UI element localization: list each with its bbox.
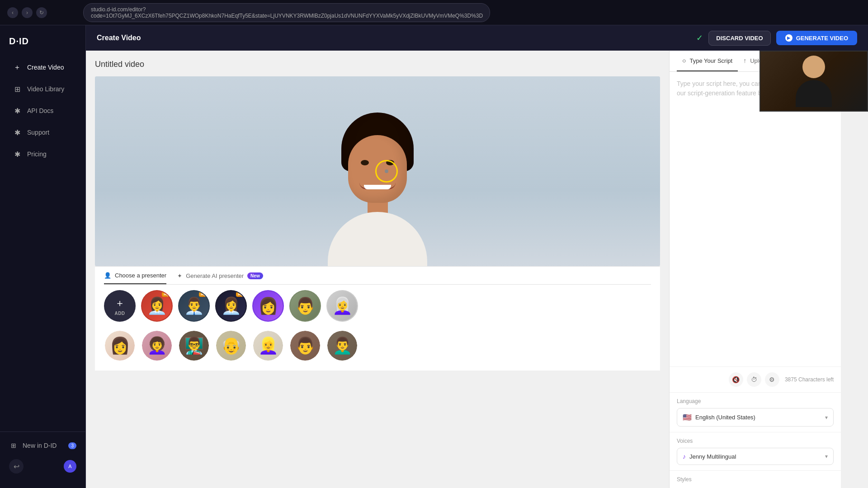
reload-btn[interactable]: ↻: [36, 7, 47, 18]
address-bar[interactable]: studio.d-id.com/editor?code=1Ot7GyMJ_6XC…: [83, 3, 490, 22]
support-icon: ✱: [13, 128, 22, 137]
logo: D·ID: [0, 33, 85, 57]
type-script-label: Type Your Script: [689, 57, 732, 64]
hq-badge-1: HQ: [162, 292, 171, 297]
sidebar-nav: ＋ Create Video ⊞ Video Library ✱ API Doc…: [0, 57, 85, 432]
avatar-grid-row1: ＋ ADD 👩‍💼 HQ 👨‍💼 HQ: [104, 290, 651, 325]
cursor-circle: [375, 160, 398, 183]
back-btn[interactable]: ‹: [7, 7, 18, 18]
styles-label: Styles: [677, 476, 834, 483]
forward-btn[interactable]: ›: [22, 7, 33, 18]
presenter-tabs: 👤 Choose a presenter ✦ Generate AI prese…: [104, 272, 651, 285]
presenter-strip: 👤 Choose a presenter ✦ Generate AI prese…: [95, 266, 660, 371]
sidebar-item-label: Support: [27, 129, 49, 136]
tab-type-script[interactable]: ○ Type Your Script: [677, 51, 738, 71]
new-icon: ⊞: [9, 441, 18, 450]
avatar-item-4[interactable]: 👩: [252, 290, 284, 322]
script-area[interactable]: Type your script here, you can start fro…: [670, 72, 841, 366]
chars-left-label: 3875 Characters left: [785, 376, 834, 383]
upload-voice-icon: ↑: [743, 57, 746, 64]
redo-button[interactable]: ↩: [9, 459, 24, 474]
language-label: Language: [677, 398, 834, 404]
video-main: Untitled video: [86, 51, 669, 488]
avatar-item-12[interactable]: 👨: [289, 330, 321, 361]
voices-label: Voices: [677, 438, 834, 444]
avatar-item-11[interactable]: 👱‍♀️: [252, 330, 284, 361]
generate-play-icon: ▶: [785, 34, 793, 42]
timer-button[interactable]: ⏱: [747, 372, 761, 387]
tab-generate-ai-presenter[interactable]: ✦ Generate AI presenter New: [177, 272, 263, 284]
voices-selector[interactable]: ♪ Jenny Multilingual ▾: [677, 448, 834, 465]
type-script-icon: ○: [682, 57, 686, 64]
settings-button[interactable]: ⚙: [765, 372, 779, 387]
app-header: Create Video ✓ DISCARD VIDEO ▶ GENERATE …: [86, 25, 868, 51]
presenter-display: [95, 76, 660, 266]
choose-presenter-label: Choose a presenter: [115, 272, 166, 279]
video-title: Untitled video: [95, 60, 660, 69]
language-flag: 🇺🇸: [683, 413, 692, 422]
video-library-icon: ⊞: [13, 84, 22, 94]
p-teeth: [364, 185, 391, 189]
presenter-figure: [328, 113, 427, 266]
sidebar-bottom: ⊞ New in D-ID 3 ↩ A: [0, 432, 85, 481]
avatar-item-5[interactable]: 👨: [289, 290, 321, 322]
choose-presenter-icon: 👤: [104, 272, 111, 279]
new-in-did-item[interactable]: ⊞ New in D-ID 3: [0, 436, 85, 455]
video-frame[interactable]: [95, 76, 660, 266]
avatar-item-7[interactable]: 👩: [104, 330, 136, 361]
avatar-item-10[interactable]: 👴: [215, 330, 247, 361]
cursor-dot: [385, 169, 388, 173]
pricing-icon: ✱: [13, 150, 22, 159]
avatar-item-8[interactable]: 👩‍🦱: [141, 330, 173, 361]
avatar-item-1[interactable]: 👩‍💼 HQ: [141, 290, 173, 322]
voices-section: Voices ♪ Jenny Multilingual ▾: [670, 432, 841, 470]
user-avatar[interactable]: A: [64, 460, 76, 473]
styles-section: Styles: [670, 470, 841, 488]
voices-value: Jenny Multilingual: [689, 453, 821, 460]
volume-button[interactable]: 🔇: [729, 372, 743, 387]
saved-icon: ✓: [696, 33, 703, 43]
avatar-grid-row2: 👩 👩‍🦱 👨‍🏫 👴: [104, 330, 651, 365]
language-section: Language 🇺🇸 English (United States) ▾: [670, 392, 841, 432]
generate-ai-label: Generate AI presenter: [186, 272, 244, 279]
api-docs-icon: ✱: [13, 106, 22, 115]
sidebar-item-pricing[interactable]: ✱ Pricing: [4, 144, 82, 164]
camera-person-body: [796, 80, 832, 107]
sidebar: D·ID ＋ Create Video ⊞ Video Library ✱ AP…: [0, 25, 86, 488]
language-chevron: ▾: [825, 414, 828, 421]
browser-topbar: ‹ › ↻ studio.d-id.com/editor?code=1Ot7Gy…: [0, 0, 868, 25]
new-badge-count: 3: [68, 442, 76, 449]
hq-badge-3: HQ: [236, 292, 245, 297]
avatar-item-9[interactable]: 👨‍🏫: [178, 330, 210, 361]
avatar-item-13[interactable]: 👨‍🦱: [326, 330, 358, 361]
sidebar-item-support[interactable]: ✱ Support: [4, 122, 82, 142]
tab-choose-presenter[interactable]: 👤 Choose a presenter: [104, 272, 166, 284]
sidebar-item-create-video[interactable]: ＋ Create Video: [4, 57, 82, 77]
page-title: Create Video: [97, 34, 141, 42]
avatar-item-3[interactable]: 👩‍💼 HQ: [215, 290, 247, 322]
sidebar-item-label: Pricing: [27, 150, 47, 158]
new-in-did-label: New in D-ID: [23, 442, 57, 449]
language-selector[interactable]: 🇺🇸 English (United States) ▾: [677, 408, 834, 427]
sidebar-item-api-docs[interactable]: ✱ API Docs: [4, 101, 82, 121]
p-body: [328, 212, 427, 266]
sidebar-item-label: API Docs: [27, 107, 53, 114]
discard-video-button[interactable]: DISCARD VIDEO: [708, 31, 770, 46]
add-avatar-button[interactable]: ＋ ADD: [104, 290, 136, 322]
avatar-item-2[interactable]: 👨‍💼 HQ: [178, 290, 210, 322]
avatar-item-6[interactable]: 👩‍🦳: [326, 290, 358, 322]
sidebar-item-video-library[interactable]: ⊞ Video Library: [4, 79, 82, 99]
right-panel: ○ Type Your Script ↑ Upload Voice Audio …: [669, 51, 841, 488]
voice-icon: ♪: [683, 453, 686, 460]
audio-controls: 🔇 ⏱ ⚙: [729, 372, 779, 387]
language-value: English (United States): [695, 414, 821, 421]
browser-controls: ‹ › ↻: [7, 7, 47, 18]
generate-video-button[interactable]: ▶ GENERATE VIDEO: [776, 31, 857, 45]
camera-inner: [760, 52, 867, 111]
camera-preview: [760, 51, 868, 112]
header-actions: ✓ DISCARD VIDEO ▶ GENERATE VIDEO: [696, 31, 857, 46]
content-area: Create Video ✓ DISCARD VIDEO ▶ GENERATE …: [86, 25, 868, 488]
new-ai-badge: New: [247, 272, 263, 279]
generate-ai-icon: ✦: [177, 272, 182, 279]
p-eye-left: [361, 160, 369, 165]
